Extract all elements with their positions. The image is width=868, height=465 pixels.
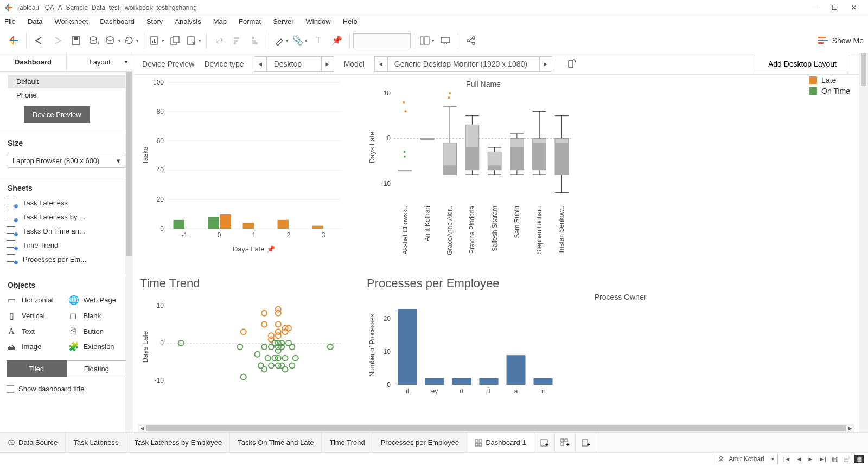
chart-tasks-histogram[interactable]: 020406080100-10123Days Late 📌Tasks [140, 77, 362, 272]
objects-grid: ▭Horizontal 🌐Web Page ▯Vertical ◻Blank A… [0, 293, 133, 354]
sheet-tab[interactable]: Tasks On Time and Late [230, 433, 322, 452]
window-close-button[interactable]: ✕ [844, 2, 864, 14]
chart-time-trend[interactable]: Time Trend-10010Days Late [140, 276, 362, 419]
right-v-scrollbar[interactable] [859, 53, 868, 432]
object-blank[interactable]: ◻Blank [68, 311, 127, 321]
left-scrollbar[interactable] [125, 72, 133, 432]
model-prev[interactable]: ◄ [374, 56, 387, 72]
scrollbar-thumb[interactable] [861, 53, 866, 86]
presentation-mode-button[interactable] [436, 31, 455, 50]
device-type-next[interactable]: ► [321, 56, 334, 72]
show-cards-button[interactable]: ▾ [418, 31, 436, 50]
add-desktop-layout-button[interactable]: Add Desktop Layout [755, 56, 850, 72]
nav-next-icon[interactable]: ► [807, 456, 813, 462]
object-button[interactable]: ⎘Button [68, 326, 127, 336]
user-dropdown[interactable]: Amit Kothari▾ [712, 454, 777, 464]
refresh-button[interactable]: ▾ [122, 31, 141, 50]
text-tool-button[interactable]: T [309, 31, 328, 50]
tableau-home-icon[interactable] [4, 31, 23, 50]
menu-dashboard[interactable]: Dashboard [100, 17, 135, 25]
sort-asc-button[interactable] [228, 31, 247, 50]
checkbox-icon[interactable] [7, 385, 14, 393]
size-dropdown[interactable]: Laptop Browser (800 x 600)▾ [8, 153, 125, 168]
menu-analysis[interactable]: Analysis [175, 17, 201, 25]
window-maximize-button[interactable]: ☐ [825, 2, 844, 14]
sheet-tab[interactable]: Processes per Employee [373, 433, 468, 452]
share-button[interactable] [462, 31, 480, 50]
object-text[interactable]: AText [7, 326, 65, 336]
model-next[interactable]: ► [539, 56, 552, 72]
object-vertical[interactable]: ▯Vertical [7, 311, 65, 321]
scrollbar-thumb[interactable] [146, 425, 846, 431]
dashboard-canvas[interactable]: 020406080100-10123Days Late 📌TasksFull N… [133, 75, 859, 432]
new-data-source-button[interactable]: + [85, 31, 104, 50]
object-extension[interactable]: 🧩Extension [68, 341, 127, 352]
tab-layout[interactable]: Layout▾ [67, 53, 133, 71]
pause-updates-button[interactable]: ▾ [104, 31, 122, 50]
sheet-item[interactable]: Time Trend [7, 238, 126, 252]
sheet-tab-active[interactable]: Dashboard 1 [467, 433, 534, 452]
device-default[interactable]: Default [8, 75, 125, 88]
pin-button[interactable]: 📌 [328, 31, 346, 50]
scroll-right-icon[interactable]: ► [846, 425, 854, 431]
highlight-button[interactable]: ▾ [272, 31, 291, 50]
object-horizontal[interactable]: ▭Horizontal [7, 295, 65, 305]
canvas-h-scrollbar[interactable]: ◄ ► [138, 424, 854, 432]
menu-server[interactable]: Server [273, 17, 293, 25]
menu-story[interactable]: Story [146, 17, 163, 25]
scrollbar-thumb[interactable] [126, 72, 132, 256]
nav-first-icon[interactable]: |◄ [783, 456, 791, 462]
device-type-select[interactable]: Desktop [267, 56, 321, 72]
duplicate-sheet-button[interactable] [166, 31, 184, 50]
chart-processes-per-employee[interactable]: Processes per EmployeeProcess Owner01020… [367, 276, 852, 419]
rotate-device-button[interactable] [562, 56, 580, 72]
sheet-tab[interactable]: Task Lateness by Employee [126, 433, 230, 452]
window-minimize-button[interactable]: — [805, 2, 825, 14]
new-worksheet-tab-button[interactable]: + [534, 433, 555, 452]
device-preview-button[interactable]: Device Preview [24, 106, 90, 123]
object-webpage[interactable]: 🌐Web Page [68, 295, 127, 305]
model-select[interactable]: Generic Desktop Monitor (1920 x 1080) [387, 56, 539, 72]
menu-file[interactable]: File [4, 17, 16, 25]
nav-last-icon[interactable]: ►| [819, 456, 826, 462]
toggle-floating[interactable]: Floating [67, 360, 127, 377]
clear-sheet-button[interactable]: ▾ [184, 31, 203, 50]
swap-button[interactable]: ⇄ [210, 31, 228, 50]
scroll-left-icon[interactable]: ◄ [138, 425, 146, 431]
toggle-tiled[interactable]: Tiled [7, 360, 67, 377]
menu-worksheet[interactable]: Worksheet [54, 17, 88, 25]
menu-window[interactable]: Window [305, 17, 330, 25]
menu-data[interactable]: Data [28, 17, 42, 25]
device-type-prev[interactable]: ◄ [254, 56, 267, 72]
attach-button[interactable]: 📎▾ [291, 31, 309, 50]
tab-dashboard[interactable]: Dashboard [0, 53, 67, 71]
new-story-tab-button[interactable]: + [576, 433, 596, 452]
undo-button[interactable] [30, 31, 48, 50]
view-tabs-icon[interactable]: ▦ [832, 455, 838, 463]
show-me-button[interactable]: Show Me [818, 36, 864, 45]
sheet-tab[interactable]: Task Lateness [66, 433, 126, 452]
object-image[interactable]: ⛰Image [7, 341, 65, 352]
menu-format[interactable]: Format [239, 17, 261, 25]
new-dashboard-tab-button[interactable]: + [555, 433, 576, 452]
tab-data-source[interactable]: Data Source [0, 433, 66, 452]
device-phone[interactable]: Phone [8, 88, 125, 102]
sheet-item[interactable]: Tasks On Time an... [7, 224, 126, 238]
view-filmstrip-icon[interactable]: ▤ [843, 455, 849, 463]
sheet-item[interactable]: Task Lateness [7, 196, 126, 210]
redo-button[interactable] [48, 31, 67, 50]
svg-text:Tasks: Tasks [141, 146, 149, 165]
nav-prev-icon[interactable]: ◄ [796, 456, 802, 462]
sort-desc-button[interactable] [247, 31, 265, 50]
chart-boxplot-employee[interactable]: Full Name-10010Akshat Chowsk..Amit Kotha… [367, 77, 852, 272]
new-worksheet-button[interactable]: ▾ [148, 31, 166, 50]
sheet-item[interactable]: Task Lateness by ... [7, 210, 126, 224]
show-title-checkbox-row[interactable]: Show dashboard title [0, 377, 133, 393]
menu-help[interactable]: Help [343, 17, 358, 25]
menu-map[interactable]: Map [213, 17, 227, 25]
sheet-item[interactable]: Processes per Em... [7, 252, 126, 266]
save-button[interactable] [67, 31, 85, 50]
view-sorter-icon[interactable]: ▦ [854, 455, 864, 463]
sheet-tab[interactable]: Time Trend [322, 433, 373, 452]
fit-dropdown[interactable] [353, 33, 411, 48]
